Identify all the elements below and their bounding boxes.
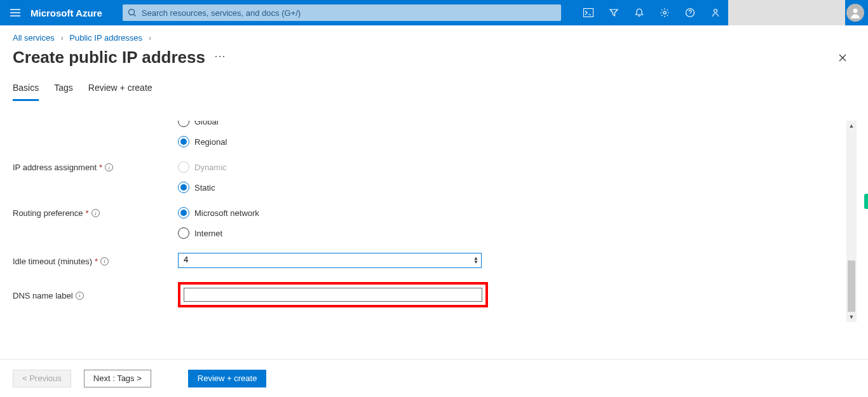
required-asterisk: * — [86, 208, 89, 218]
breadcrumb-link[interactable]: All services — [13, 33, 55, 43]
radio-circle-icon — [178, 227, 189, 239]
idle-timeout-value: 4 — [184, 255, 188, 264]
cloud-shell-icon[interactable] — [576, 0, 601, 25]
tab-tags[interactable]: Tags — [54, 79, 73, 100]
chevron-right-icon: › — [149, 33, 151, 43]
hamburger-menu-icon[interactable] — [0, 0, 31, 25]
required-asterisk: * — [95, 257, 98, 266]
search-input[interactable] — [123, 4, 561, 21]
radio-ip-static[interactable]: Static — [178, 182, 483, 193]
info-icon[interactable]: i — [76, 292, 84, 300]
label-dns: DNS name label i — [13, 290, 178, 300]
radio-circle-icon — [178, 182, 189, 193]
scroll-up-icon[interactable]: ▲ — [846, 121, 857, 131]
title-row: Create public IP address ⋯ — [0, 45, 868, 79]
page-title: Create public IP address — [13, 48, 205, 67]
next-button[interactable]: Next : Tags > — [84, 370, 151, 387]
radio-circle-icon — [178, 136, 189, 147]
info-icon[interactable]: i — [92, 209, 100, 217]
svg-point-4 — [714, 10, 717, 13]
radio-tier-regional[interactable]: Regional — [178, 136, 483, 147]
tab-review-create[interactable]: Review + create — [88, 79, 153, 100]
settings-gear-icon[interactable] — [652, 0, 677, 25]
radio-label: Internet — [194, 229, 222, 238]
radio-label: Microsoft network — [194, 208, 259, 218]
svg-point-5 — [853, 9, 858, 13]
help-icon[interactable] — [677, 0, 703, 25]
close-icon[interactable] — [837, 53, 848, 63]
dns-name-input[interactable] — [184, 288, 482, 302]
top-bar: Microsoft Azure — [0, 0, 868, 25]
scroll-thumb[interactable] — [848, 260, 855, 312]
info-icon[interactable]: i — [100, 257, 109, 266]
topbar-right — [576, 0, 868, 25]
search-wrap — [123, 4, 561, 21]
info-icon[interactable]: i — [105, 163, 113, 172]
footer: < Previous Next : Tags > Review + create — [0, 359, 868, 397]
radio-label: Dynamic — [194, 163, 227, 172]
scrollbar[interactable]: ▲ ▼ — [846, 121, 857, 322]
radio-tier-global[interactable]: Global — [178, 121, 483, 127]
radio-label: Static — [194, 183, 215, 192]
radio-label: Global — [194, 121, 219, 126]
avatar-icon[interactable] — [846, 4, 864, 22]
radio-circle-icon — [178, 121, 189, 127]
account-placeholder[interactable] — [728, 0, 845, 25]
feedback-icon[interactable] — [703, 0, 728, 25]
directory-filter-icon[interactable] — [601, 0, 627, 25]
radio-circle-icon — [178, 207, 189, 219]
svg-point-2 — [663, 11, 666, 14]
radio-label: Regional — [194, 137, 227, 147]
radio-ip-dynamic: Dynamic — [178, 161, 483, 173]
previous-button: < Previous — [13, 370, 71, 387]
radio-routing-microsoft[interactable]: Microsoft network — [178, 207, 483, 219]
svg-rect-1 — [584, 9, 593, 17]
label-ip-assignment: IP address assignment * i — [13, 161, 178, 172]
breadcrumb-link[interactable]: Public IP addresses — [69, 33, 142, 43]
stepper-arrows-icon[interactable]: ▲▼ — [473, 257, 478, 264]
radio-routing-internet[interactable]: Internet — [178, 227, 483, 239]
dns-highlight-box — [178, 282, 488, 307]
label-idle-timeout: Idle timeout (minutes) * i — [13, 255, 178, 266]
chevron-right-icon: › — [60, 33, 63, 43]
label-routing: Routing preference * i — [13, 207, 178, 218]
idle-timeout-stepper[interactable]: 4 ▲▼ — [178, 253, 482, 268]
brand-label: Microsoft Azure — [31, 8, 123, 18]
form-scroll-area: Global Regional IP address assignment * … — [0, 121, 868, 356]
review-create-button[interactable]: Review + create — [188, 370, 267, 387]
tabs: Basics Tags Review + create — [0, 79, 868, 100]
notifications-icon[interactable] — [627, 0, 652, 25]
more-actions-icon[interactable]: ⋯ — [214, 49, 226, 67]
radio-circle-icon — [178, 161, 189, 173]
scroll-down-icon[interactable]: ▼ — [846, 312, 857, 322]
required-asterisk: * — [99, 163, 102, 172]
tab-basics[interactable]: Basics — [13, 79, 39, 101]
side-indicator — [864, 194, 868, 209]
breadcrumb: All services › Public IP addresses › — [0, 25, 868, 45]
